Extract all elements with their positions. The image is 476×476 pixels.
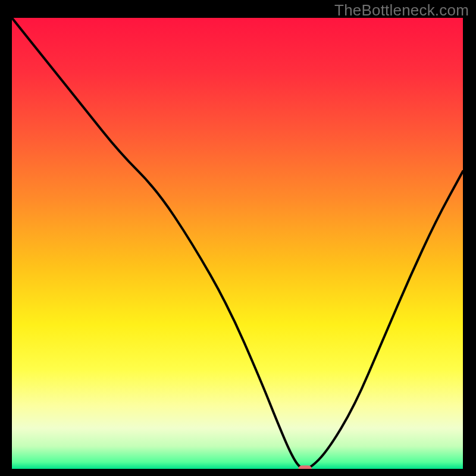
plot-area [12, 18, 463, 469]
optimal-marker [298, 465, 312, 469]
chart-container: TheBottleneck.com [0, 0, 476, 476]
chart-svg [12, 18, 463, 469]
watermark-text: TheBottleneck.com [334, 1, 469, 20]
gradient-background [12, 18, 463, 469]
plot-frame [12, 18, 463, 469]
